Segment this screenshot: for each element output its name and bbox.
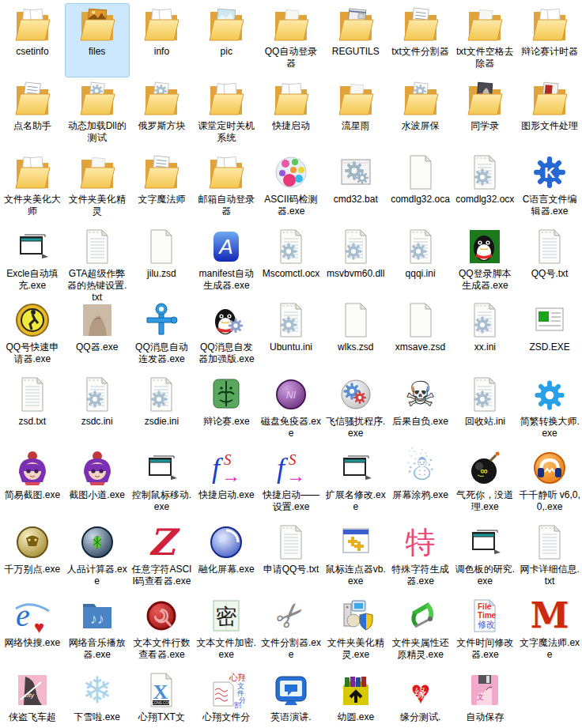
file-item[interactable]: zsdc.ini <box>65 373 130 447</box>
file-item[interactable]: 水波屏保 <box>388 77 453 152</box>
file-item[interactable]: Excle自动填充.exe <box>0 225 65 300</box>
file-item[interactable]: xx.ini <box>452 299 517 373</box>
file-item[interactable]: 密文本文件加密.exe <box>194 594 259 669</box>
file-label: 快捷启动.exe <box>198 489 255 501</box>
m-red-icon: M <box>531 597 569 635</box>
file-item[interactable]: 动态加载Dll的测试 <box>65 77 130 152</box>
file-item[interactable]: 图形文件处理 <box>517 77 582 152</box>
file-item[interactable]: Amanifest自动生成器.exe <box>194 225 259 300</box>
file-item[interactable]: city侠盗飞车超 <box>0 669 65 728</box>
file-label: 融化屏幕.exe <box>198 564 255 575</box>
file-item[interactable]: QQ登录脚本生成器.exe <box>452 225 517 300</box>
file-item[interactable]: 简易截图.exe <box>0 447 65 521</box>
file-item[interactable]: cmd32.bat <box>323 151 388 225</box>
file-item[interactable]: QQ器.exe <box>65 299 130 373</box>
file-item[interactable]: M文字魔法师.exe <box>517 594 582 669</box>
file-item[interactable]: ∞气死你，没道理.exe <box>452 447 517 521</box>
file-item[interactable]: GTA超级作弊器的热键设置.txt <box>65 225 130 300</box>
file-item[interactable]: QQ号快速申请器.exe <box>0 299 65 373</box>
file-label: 文本文件加密.exe <box>195 637 257 661</box>
file-item[interactable]: ♥缘缘分测试. <box>388 669 453 728</box>
file-item[interactable]: qqqi.ini <box>388 225 453 300</box>
file-item[interactable]: ASCII码检测器.exe <box>259 151 323 225</box>
file-item[interactable]: txt文件空格去除器 <box>452 3 517 77</box>
z-red-icon: Z <box>142 523 180 561</box>
file-item[interactable]: KC语言文件编辑器.exe <box>517 151 582 225</box>
file-item[interactable]: csetinfo <box>0 3 65 77</box>
file-item[interactable]: e♥网络快搜.exe <box>0 594 65 669</box>
file-item[interactable]: 扩展名修改.exe <box>323 447 388 521</box>
file-item[interactable]: 飞信骚扰程序.exe <box>323 373 388 447</box>
file-item[interactable]: 流星雨 <box>323 77 388 152</box>
file-item[interactable]: 文件夹美化大师 <box>0 151 65 225</box>
file-label: QQ号快速申请器.exe <box>2 341 63 365</box>
folder-text-icon <box>13 80 51 118</box>
file-label: msvbvm60.dll <box>327 268 384 280</box>
file-label: 文件夹美化精灵 <box>66 194 128 217</box>
photo-pink-icon: city <box>13 671 51 709</box>
file-item[interactable]: files <box>65 3 130 77</box>
file-item[interactable]: jilu.zsd <box>130 225 195 300</box>
file-item[interactable]: comdlg32.oca <box>388 151 453 225</box>
file-item[interactable]: txt文件分割器 <box>388 3 453 77</box>
file-item[interactable]: 英语演讲. <box>259 669 323 728</box>
file-item[interactable]: 辩论赛.exe <box>194 373 259 447</box>
file-item[interactable]: FileTime修改文件时间修改器.exe <box>452 594 517 669</box>
file-item[interactable]: 点名助手 <box>0 77 65 152</box>
file-item[interactable]: QQ号.txt <box>517 225 582 300</box>
file-item[interactable]: ☠后果自负.exe <box>388 373 453 447</box>
file-item[interactable]: zsd.txt <box>0 373 65 447</box>
file-item[interactable]: 调色板的研究.exe <box>452 521 517 595</box>
file-item[interactable]: Z任意字符ASCII码查看器.exe <box>130 521 195 595</box>
file-item[interactable]: 幼圆.exe <box>323 669 388 728</box>
file-item[interactable]: 千万别点.exe <box>0 521 65 595</box>
file-item[interactable]: pic <box>194 3 259 77</box>
file-item[interactable]: 文件夹属性还原精灵.exe <box>388 594 453 669</box>
file-item[interactable]: QQ消息自发器加强版.exe <box>194 299 259 373</box>
file-item[interactable]: 人品计算器.exe <box>65 521 130 595</box>
file-item[interactable]: 千千静听 v6,0,0,.exe <box>517 447 582 521</box>
file-item[interactable]: XICONS.COM心翔TXT文 <box>130 669 195 728</box>
doc-gear-icon <box>466 375 504 413</box>
file-item[interactable]: ☃屏幕涂鸦.exe <box>388 447 453 521</box>
file-item[interactable]: Ubuntu.ini <box>259 299 323 373</box>
file-item[interactable]: 心翔文件分割心翔文件分 <box>194 669 259 728</box>
file-item[interactable]: 特特殊字符生成器.exe <box>388 521 453 595</box>
file-item[interactable]: 文本文件行数查看器.exe <box>130 594 195 669</box>
file-item[interactable]: NI磁盘免疫器.exe <box>259 373 323 447</box>
file-item[interactable]: 邮箱自动登录器 <box>194 151 259 225</box>
file-item[interactable]: Mscomctl.ocx <box>259 225 323 300</box>
file-item[interactable]: 文字魔法师 <box>130 151 195 225</box>
file-item[interactable]: fS→快捷启动.exe <box>194 447 259 521</box>
file-item[interactable]: ❄下雪啦.exe <box>65 669 130 728</box>
file-item[interactable]: 简繁转换大师.exe <box>517 373 582 447</box>
file-item[interactable]: 申请QQ号.txt <box>259 521 323 595</box>
file-item[interactable]: 融化屏幕.exe <box>194 521 259 595</box>
file-item[interactable]: QQ消息自动连发器.exe <box>130 299 195 373</box>
file-item[interactable]: 鼠标连点器vb.exe <box>323 521 388 595</box>
file-item[interactable]: 截图小道.exe <box>65 447 130 521</box>
file-item[interactable]: 快捷启动 <box>259 77 323 152</box>
file-item[interactable]: fS→快捷启动——设置.exe <box>259 447 323 521</box>
file-item[interactable]: QQ自动登录器 <box>259 3 323 77</box>
file-item[interactable]: 文件夹美化精灵 <box>65 151 130 225</box>
file-item[interactable]: msvbvm60.dll <box>323 225 388 300</box>
file-item[interactable]: comdlg32.ocx <box>452 151 517 225</box>
file-item[interactable]: REGUTILS <box>323 3 388 77</box>
file-item[interactable]: 文件夹美化精灵.exe <box>323 594 388 669</box>
file-item[interactable]: 课堂定时关机系统 <box>194 77 259 152</box>
file-item[interactable]: 回收站.ini <box>452 373 517 447</box>
file-item[interactable]: ZSD.EXE <box>517 299 582 373</box>
file-item[interactable]: zsdie.ini <box>130 373 195 447</box>
file-item[interactable]: info <box>130 3 195 77</box>
file-item[interactable]: 网卡详细信息.txt <box>517 521 582 595</box>
file-item[interactable]: ✂文件分割器.exe <box>259 594 323 669</box>
file-item[interactable]: 辩论赛计时器 <box>517 3 582 77</box>
file-item[interactable]: xmsave.zsd <box>388 299 453 373</box>
file-item[interactable]: 文自动保存 <box>452 669 517 728</box>
file-item[interactable]: 控制鼠标移动.exe <box>130 447 195 521</box>
file-item[interactable]: 同学录 <box>452 77 517 152</box>
file-item[interactable]: wlks.zsd <box>323 299 388 373</box>
file-item[interactable]: ♪♪网络音乐播放器.exe <box>65 594 130 669</box>
file-item[interactable]: 俄罗斯方块 <box>130 77 195 152</box>
